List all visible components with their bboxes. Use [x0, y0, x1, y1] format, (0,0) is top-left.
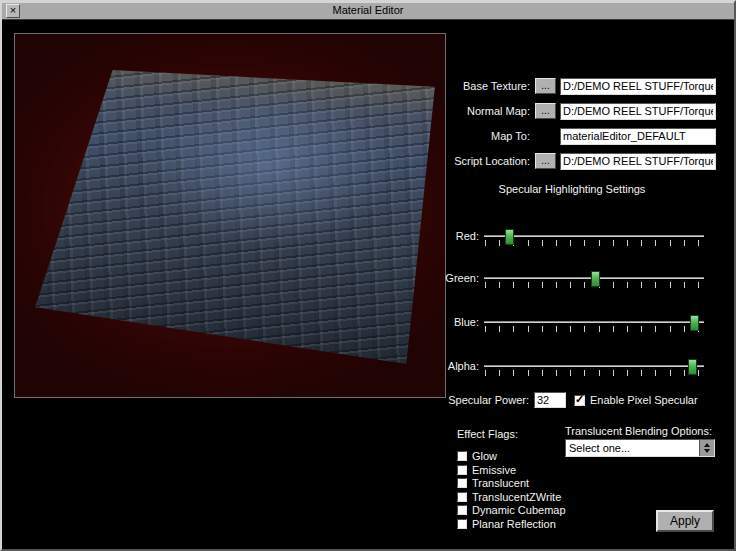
slider-row-red: Red:: [422, 229, 704, 251]
script-location-input[interactable]: [560, 153, 716, 170]
script-location-browse-button[interactable]: ...: [535, 153, 556, 169]
material-editor-window: × Material Editor Base Texture: ... Norm…: [0, 0, 736, 551]
translucentzwrite-checkbox[interactable]: [457, 492, 467, 502]
translucentzwrite-label: TranslucentZWrite: [472, 491, 561, 503]
translucent-blending-dropdown[interactable]: Select one...: [565, 439, 715, 457]
checkbox-row-planar-reflection[interactable]: Planar Reflection: [457, 517, 556, 530]
dropdown-selected-value: Select one...: [566, 442, 699, 454]
base-texture-row: Base Texture: ...: [420, 77, 716, 95]
emissive-label: Emissive: [472, 464, 516, 476]
arrow-down-icon: [704, 449, 710, 453]
specular-power-input[interactable]: [534, 392, 566, 408]
slider-alpha-thumb[interactable]: [688, 359, 697, 375]
base-texture-input[interactable]: [560, 78, 716, 95]
slider-red-track[interactable]: [484, 229, 704, 251]
planar-reflection-label: Planar Reflection: [472, 518, 556, 530]
normal-map-label: Normal Map:: [420, 105, 535, 117]
preview-viewport[interactable]: [14, 33, 446, 398]
slider-groove: [484, 321, 704, 323]
slider-groove: [484, 365, 704, 367]
specular-section-title: Specular Highlighting Settings: [432, 183, 712, 195]
slider-alpha-label: Alpha:: [422, 360, 484, 372]
checkbox-row-emissive[interactable]: Emissive: [457, 463, 516, 476]
slider-ticks: [485, 326, 704, 332]
slider-green-thumb[interactable]: [591, 271, 600, 287]
slider-blue-thumb[interactable]: [690, 315, 699, 331]
dynamic-cubemap-label: Dynamic Cubemap: [472, 504, 566, 516]
specular-power-label: Specular Power:: [420, 394, 534, 406]
titlebar[interactable]: × Material Editor: [2, 2, 734, 20]
slider-row-green: Green:: [422, 271, 704, 293]
checkbox-row-glow[interactable]: Glow: [457, 449, 497, 462]
slider-row-blue: Blue:: [422, 315, 704, 337]
apply-button[interactable]: Apply: [656, 510, 714, 532]
glow-checkbox[interactable]: [457, 451, 467, 461]
translucent-blending-title: Translucent Blending Options:: [565, 425, 712, 437]
checkbox-row-dynamic-cubemap[interactable]: Dynamic Cubemap: [457, 503, 566, 516]
slider-groove: [484, 235, 704, 237]
checkbox-row-translucent[interactable]: Translucent: [457, 476, 529, 489]
arrow-up-icon: [704, 443, 710, 447]
checkbox-row-translucentzwrite[interactable]: TranslucentZWrite: [457, 490, 561, 503]
material-preview-rock: [31, 40, 439, 374]
slider-blue-label: Blue:: [422, 316, 484, 328]
map-to-label: Map To:: [420, 130, 535, 142]
slider-blue-track[interactable]: [484, 315, 704, 337]
slider-row-alpha: Alpha:: [422, 359, 704, 381]
slider-green-track[interactable]: [484, 271, 704, 293]
dynamic-cubemap-checkbox[interactable]: [457, 505, 467, 515]
translucent-checkbox[interactable]: [457, 478, 467, 488]
translucent-label: Translucent: [472, 477, 529, 489]
dropdown-spinner-icon[interactable]: [699, 440, 714, 456]
normal-map-browse-button[interactable]: ...: [535, 103, 556, 119]
slider-red-label: Red:: [422, 230, 484, 242]
script-location-row: Script Location: ...: [420, 152, 716, 170]
script-location-label: Script Location:: [420, 155, 535, 167]
map-to-row: Map To:: [420, 127, 716, 145]
specular-power-row: Specular Power: Enable Pixel Specular: [420, 391, 720, 409]
effect-flags-title: Effect Flags:: [457, 428, 518, 440]
window-title: Material Editor: [2, 4, 734, 16]
map-to-input[interactable]: [560, 128, 716, 145]
glow-label: Glow: [472, 450, 497, 462]
base-texture-browse-button[interactable]: ...: [535, 78, 556, 94]
slider-red-thumb[interactable]: [505, 229, 514, 245]
normal-map-row: Normal Map: ...: [420, 102, 716, 120]
normal-map-input[interactable]: [560, 103, 716, 120]
enable-pixel-specular-label: Enable Pixel Specular: [590, 394, 698, 406]
slider-green-label: Green:: [422, 272, 484, 284]
enable-pixel-specular-checkbox[interactable]: [574, 395, 585, 406]
emissive-checkbox[interactable]: [457, 465, 467, 475]
slider-ticks: [485, 240, 704, 246]
slider-ticks: [485, 370, 704, 376]
planar-reflection-checkbox[interactable]: [457, 519, 467, 529]
slider-alpha-track[interactable]: [484, 359, 704, 381]
base-texture-label: Base Texture:: [420, 80, 535, 92]
